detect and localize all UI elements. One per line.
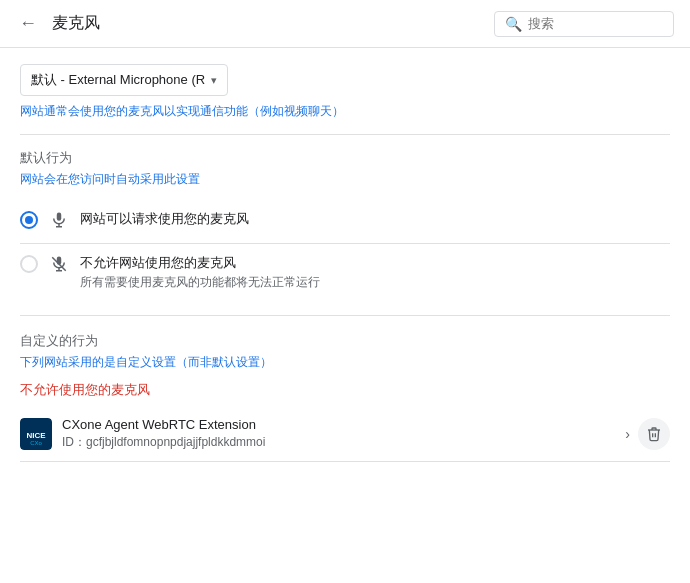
default-behavior-label: 默认行为 [20,149,670,167]
blocked-section-label: 不允许使用您的麦克风 [20,381,670,399]
topbar: ← 麦克风 🔍 [0,0,690,48]
microphone-blocked-icon [50,255,68,277]
block-radio-button[interactable] [20,255,38,273]
search-icon: 🔍 [505,16,522,32]
svg-rect-0 [57,213,62,221]
delete-extension-button[interactable] [638,418,670,450]
divider-2 [20,315,670,316]
extension-icon: NICE CXo [20,418,52,450]
block-option-label: 不允许网站使用您的麦克风 [80,254,320,272]
chevron-right-icon[interactable]: › [625,426,630,442]
page-title: 麦克风 [52,13,100,34]
extension-actions: › [625,418,670,450]
back-button[interactable]: ← [16,12,40,36]
allow-microphone-option[interactable]: 网站可以请求使用您的麦克风 [20,200,670,244]
extension-name: CXone Agent WebRTC Extension [62,417,615,432]
extension-info: CXone Agent WebRTC Extension ID：gcfjbjld… [62,417,615,451]
block-option-content: 不允许网站使用您的麦克风 所有需要使用麦克风的功能都将无法正常运行 [80,254,320,291]
custom-behavior-sublabel: 下列网站采用的是自定义设置（而非默认设置） [20,354,670,371]
dropdown-arrow-icon: ▾ [211,74,217,87]
allow-option-label: 网站可以请求使用您的麦克风 [80,210,249,228]
search-box[interactable]: 🔍 [494,11,674,37]
svg-text:NICE: NICE [26,431,46,440]
search-input[interactable] [528,16,658,31]
extension-id: ID：gcfjbjldfomnopnpdjajjfpldkkdmmoi [62,434,615,451]
microphone-dropdown[interactable]: 默认 - External Microphone (R ▾ [20,64,228,96]
block-microphone-option[interactable]: 不允许网站使用您的麦克风 所有需要使用麦克风的功能都将无法正常运行 [20,244,670,301]
dropdown-label: 默认 - External Microphone (R [31,71,205,89]
divider-1 [20,134,670,135]
custom-behavior-label: 自定义的行为 [20,332,670,350]
default-behavior-sublabel: 网站会在您访问时自动采用此设置 [20,171,670,188]
allow-option-content: 网站可以请求使用您的麦克风 [80,210,249,228]
custom-behavior-section: 自定义的行为 下列网站采用的是自定义设置（而非默认设置） 不允许使用您的麦克风 … [20,332,670,462]
content-area: 默认 - External Microphone (R ▾ 网站通常会使用您的麦… [0,48,690,478]
dropdown-section: 默认 - External Microphone (R ▾ 网站通常会使用您的麦… [20,64,670,120]
svg-text:CXo: CXo [30,440,42,446]
microphone-icon [50,211,68,233]
allow-radio-button[interactable] [20,211,38,229]
topbar-left: ← 麦克风 [16,12,100,36]
block-option-sublabel: 所有需要使用麦克风的功能都将无法正常运行 [80,274,320,291]
extension-row: NICE CXo CXone Agent WebRTC Extension ID… [20,407,670,462]
microphone-description: 网站通常会使用您的麦克风以实现通信功能（例如视频聊天） [20,102,670,120]
default-behavior-section: 默认行为 网站会在您访问时自动采用此设置 网站可以请求使用您的麦克风 [20,149,670,301]
